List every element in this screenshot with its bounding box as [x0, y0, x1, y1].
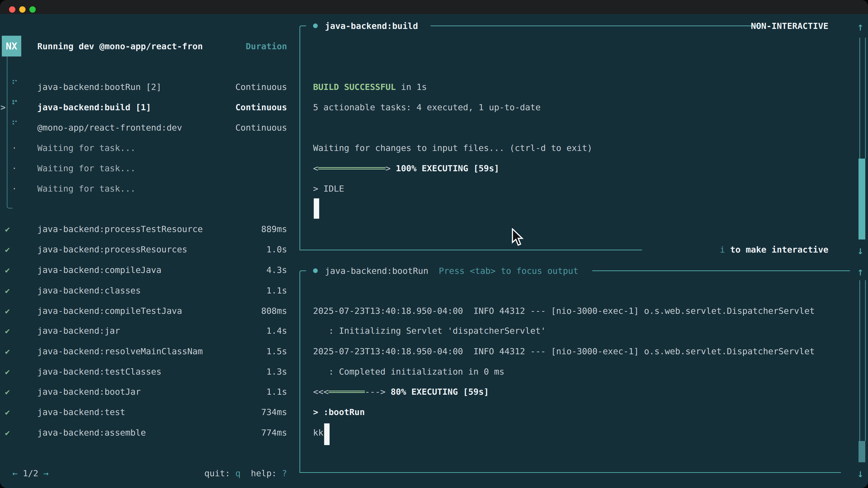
- log-text: 2025-07-23T13:40:18.950-04:00 INFO 44312…: [313, 306, 815, 316]
- log-text: : Completed initialization in 0 ms: [313, 367, 504, 377]
- text-cursor: [324, 423, 330, 445]
- build-scroll-down-icon[interactable]: ↓: [857, 244, 864, 257]
- task-duration: 808ms: [261, 306, 287, 316]
- checkmark-icon: ✔: [5, 286, 10, 295]
- task-row-completed[interactable]: ✔ java-backend:classes 1.1s: [0, 281, 294, 301]
- build-scrollbar-thumb[interactable]: [859, 159, 865, 239]
- build-successful-text: BUILD SUCCESSFUL: [313, 82, 396, 92]
- task-duration: 1.3s: [266, 367, 287, 377]
- selection-caret-icon: >: [0, 102, 6, 112]
- progress-text: 100% EXECUTING [59s]: [391, 163, 499, 173]
- progress-text: 80% EXECUTING [59s]: [385, 387, 489, 397]
- task-row-bootrun[interactable]: ⠋ java-backend:bootRun [2] Continuous: [0, 77, 294, 97]
- build-time-text: in 1s: [396, 82, 427, 92]
- build-tasks-line: 5 actionable tasks: 4 executed, 1 up-to-…: [313, 97, 833, 118]
- log-text: 2025-07-23T13:40:18.950-04:00 INFO 44312…: [313, 346, 815, 356]
- bootrun-scroll-down-icon[interactable]: ↓: [857, 467, 864, 480]
- window-titlebar: [0, 0, 868, 14]
- text-cursor: [314, 198, 319, 219]
- task-row-completed[interactable]: ✔ java-backend:test 734ms: [0, 402, 294, 422]
- task-row-completed[interactable]: ✔ java-backend:processResources 1.0s: [0, 239, 294, 260]
- bootrun-panel-title: java-backend:bootRun: [325, 266, 428, 276]
- build-idle-line: > IDLE: [313, 178, 833, 199]
- bootrun-prompt-line: > :bootRun: [313, 402, 851, 422]
- task-list-header: Running dev @mono-app/react-fron Duratio…: [0, 36, 294, 57]
- actionable-tasks-text: 5 actionable tasks: 4 executed, 1 up-to-…: [313, 102, 541, 112]
- task-row-waiting: · Waiting for task...: [0, 158, 294, 178]
- waiting-label: Waiting for task...: [37, 143, 135, 153]
- progress-open: <: [313, 163, 318, 173]
- task-row-completed[interactable]: ✔ java-backend:processTestResource 889ms: [0, 219, 294, 239]
- task-duration: 1.1s: [266, 286, 287, 295]
- build-success-line: BUILD SUCCESSFUL in 1s: [313, 77, 833, 97]
- checkmark-icon: ✔: [5, 265, 10, 275]
- progress-open: <<<: [313, 387, 329, 397]
- task-duration: 4.3s: [266, 265, 287, 275]
- checkmark-icon: ✔: [5, 408, 10, 417]
- footer-keys: quit: q help: ?: [204, 468, 287, 478]
- task-label: java-backend:classes: [37, 286, 141, 295]
- task-duration: 1.1s: [266, 387, 287, 397]
- log-line: : Completed initialization in 0 ms: [313, 361, 851, 382]
- tui-content: NX Running dev @mono-app/react-fron Dura…: [0, 14, 868, 488]
- task-row-frontend-dev[interactable]: ⠋ @mono-app/react-frontend:dev Continuou…: [0, 118, 294, 138]
- waiting-label: Waiting for task...: [37, 184, 135, 194]
- build-scrollbar-track[interactable]: [860, 38, 866, 159]
- help-label: help:: [251, 468, 277, 478]
- checkmark-icon: ✔: [5, 428, 10, 437]
- task-row-completed[interactable]: ✔ java-backend:testClasses 1.3s: [0, 361, 294, 382]
- task-duration: Continuous: [235, 123, 287, 133]
- bootrun-input-line[interactable]: kk: [313, 422, 851, 443]
- help-key: ?: [282, 468, 287, 478]
- bullet-icon: ·: [12, 143, 17, 153]
- panel-bullet-icon: ●: [313, 265, 318, 274]
- checkmark-icon: ✔: [5, 326, 10, 335]
- progress-dashes: ---: [365, 387, 380, 397]
- task-label: java-backend:bootJar: [37, 387, 141, 397]
- log-line: : Initializing Servlet 'dispatcherServle…: [313, 321, 851, 341]
- build-progress-line: <═════════════> 100% EXECUTING [59s]: [313, 158, 833, 178]
- bullet-icon: ·: [12, 184, 17, 194]
- checkmark-icon: ✔: [5, 347, 10, 356]
- close-button-icon[interactable]: [9, 6, 16, 13]
- task-row-completed[interactable]: ✔ java-backend:compileJava 4.3s: [0, 260, 294, 280]
- build-waiting-line: Waiting for changes to input files... (c…: [313, 138, 833, 158]
- task-row-completed[interactable]: ✔ java-backend:resolveMainClassNam 1.5s: [0, 341, 294, 361]
- bootrun-panel-header: ● java-backend:bootRun Press <tab> to fo…: [303, 261, 850, 281]
- task-row-waiting: · Waiting for task...: [0, 178, 294, 199]
- page-left-arrow[interactable]: ←: [12, 468, 18, 478]
- build-panel-bottom-border: [300, 250, 642, 250]
- page-right-arrow[interactable]: →: [43, 468, 49, 478]
- quit-key: q: [235, 468, 241, 478]
- bootrun-scrollbar-track[interactable]: [860, 280, 866, 441]
- list-footer: ← 1/2 → quit: q help: ?: [12, 463, 294, 484]
- task-label: java-backend:bootRun [2]: [37, 82, 161, 92]
- quit-label: quit:: [204, 468, 230, 478]
- checkmark-icon: ✔: [5, 367, 10, 377]
- bootrun-panel-bottom-border: [300, 472, 841, 473]
- progress-bar: ═══════: [329, 387, 365, 397]
- task-row-completed[interactable]: ✔ java-backend:compileTestJava 808ms: [0, 301, 294, 321]
- task-row-completed[interactable]: ✔ java-backend:jar 1.4s: [0, 321, 294, 341]
- waiting-label: Waiting for task...: [37, 163, 135, 173]
- task-label: java-backend:compileTestJava: [37, 306, 182, 316]
- progress-close: >: [380, 387, 385, 397]
- bootrun-scroll-up-icon[interactable]: ↑: [857, 265, 864, 278]
- build-scroll-up-icon[interactable]: ↑: [857, 20, 864, 33]
- task-label: java-backend:testClasses: [37, 367, 161, 377]
- maximize-button-icon[interactable]: [29, 6, 36, 13]
- task-row-build-selected[interactable]: > ⠋ java-backend:build [1] Continuous: [0, 97, 294, 118]
- task-duration: 1.5s: [266, 346, 287, 356]
- build-panel-title: java-backend:build: [325, 21, 418, 31]
- task-row-completed[interactable]: ✔ java-backend:bootJar 1.1s: [0, 382, 294, 402]
- waiting-changes-text: Waiting for changes to input files... (c…: [313, 143, 592, 153]
- task-row-completed[interactable]: ✔ java-backend:assemble 774ms: [0, 422, 294, 443]
- terminal-window: NX Running dev @mono-app/react-fron Dura…: [0, 0, 868, 488]
- minimize-button-icon[interactable]: [19, 6, 26, 13]
- build-panel-left-border: [300, 28, 300, 250]
- log-line: 2025-07-23T13:40:18.950-04:00 INFO 44312…: [313, 341, 851, 361]
- progress-close: >: [385, 163, 391, 173]
- task-duration: 1.0s: [266, 245, 287, 254]
- task-label: java-backend:compileJava: [37, 265, 161, 275]
- bootrun-scrollbar-thumb[interactable]: [859, 441, 865, 462]
